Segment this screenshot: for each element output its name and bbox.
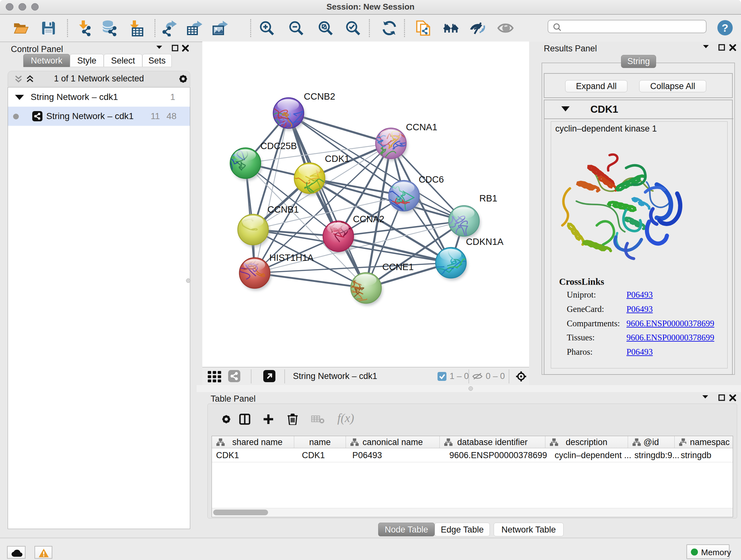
svg-text:CDKN1A: CDKN1A (466, 237, 503, 247)
svg-text:?: ? (722, 22, 729, 34)
svg-text:CCNA1: CCNA1 (406, 122, 437, 132)
svg-text:CCNB1: CCNB1 (267, 204, 299, 214)
svg-text:CCNA2: CCNA2 (353, 214, 384, 224)
svg-text:CDK1: CDK1 (325, 153, 349, 164)
svg-text:RB1: RB1 (479, 193, 497, 203)
svg-text:HIST1H1A: HIST1H1A (269, 253, 314, 263)
svg-text:CDC25B: CDC25B (260, 141, 297, 151)
svg-text:CCNB2: CCNB2 (304, 91, 335, 102)
svg-text:CDC6: CDC6 (419, 174, 444, 185)
svg-text:CCNE1: CCNE1 (382, 262, 414, 272)
